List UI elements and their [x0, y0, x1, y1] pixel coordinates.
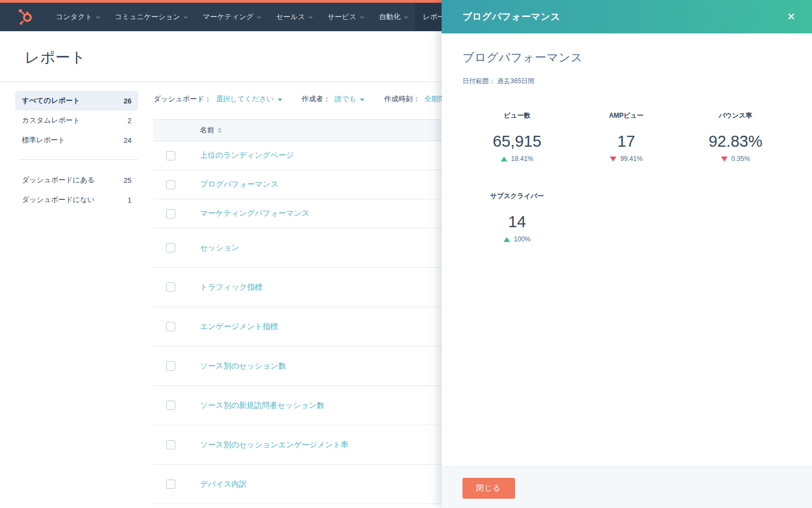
- caret-down-icon: [360, 99, 364, 101]
- nav-item-service[interactable]: サービス: [319, 3, 371, 31]
- filter-label: 作成者：: [302, 94, 330, 104]
- report-link[interactable]: ソース別の新規訪問者セッション数: [200, 401, 324, 411]
- creator-filter: 作成者： 誰でも: [302, 94, 365, 104]
- close-button[interactable]: 閉じる: [462, 478, 515, 499]
- metric-delta: 99.41%: [571, 155, 681, 163]
- row-checkbox[interactable]: [166, 282, 175, 292]
- sidebar-item-count: 1: [128, 196, 131, 204]
- row-checkbox[interactable]: [166, 361, 175, 371]
- sidebar-item-on-dashboard[interactable]: ダッシュボードにある 25: [15, 170, 138, 190]
- metric-delta-value: 18.41%: [511, 155, 534, 163]
- chevron-down-icon: [96, 14, 100, 18]
- nav-item-contacts[interactable]: コンタクト: [48, 3, 107, 31]
- report-link[interactable]: マーケティングパフォーマンス: [200, 209, 310, 218]
- sidebar-item-label: すべてのレポート: [22, 96, 80, 106]
- panel-title: ブログパフォーマンス: [462, 10, 561, 23]
- sidebar-item-standard-reports[interactable]: 標準レポート 24: [15, 130, 138, 150]
- sidebar-item-count: 25: [124, 176, 131, 184]
- metric-value: 65,915: [462, 132, 571, 151]
- nav-item-sales[interactable]: セールス: [268, 3, 319, 31]
- metric-delta-value: 100%: [514, 235, 531, 243]
- metric-delta: 18.41%: [462, 155, 571, 163]
- caret-down-icon: [278, 99, 282, 101]
- row-checkbox[interactable]: [166, 151, 175, 160]
- report-link[interactable]: 上位のランディングページ: [200, 151, 294, 160]
- nav-item-label: 自動化: [379, 12, 401, 22]
- sidebar-divider: [20, 159, 138, 160]
- row-checkbox[interactable]: [166, 440, 175, 449]
- nav-item-label: マーケティング: [203, 12, 254, 22]
- nav-item-label: サービス: [328, 12, 357, 22]
- metric-value: 17: [571, 132, 681, 151]
- filter-label: 作成時刻：: [384, 94, 420, 104]
- nav-item-communication[interactable]: コミュニケーション: [107, 3, 195, 31]
- chevron-down-icon: [184, 14, 187, 18]
- sidebar-item-count: 24: [124, 136, 131, 145]
- trend-triangle-icon: [721, 157, 728, 161]
- metric-amp-views: AMPビュー 17 99.41%: [571, 111, 681, 163]
- panel-header: ブログパフォーマンス ✕: [442, 0, 812, 33]
- sidebar-item-all-reports[interactable]: すべてのレポート 26: [15, 91, 138, 111]
- metric-label: ビュー数: [462, 111, 571, 120]
- metric-label: AMPビュー: [571, 111, 681, 120]
- report-heading: ブログパフォーマンス: [462, 50, 790, 65]
- dashboard-filter-dropdown[interactable]: 選択してください: [216, 94, 282, 104]
- filter-value: 誰でも: [335, 94, 357, 104]
- metric-label: バウンス率: [681, 111, 790, 120]
- row-checkbox[interactable]: [166, 243, 175, 252]
- sidebar-item-custom-reports[interactable]: カスタムレポート 2: [15, 111, 138, 130]
- date-range: 日付範囲： 過去365日間: [462, 77, 790, 86]
- row-checkbox[interactable]: [166, 322, 175, 331]
- metric-bounce-rate: バウンス率 92.83% 0.35%: [681, 111, 790, 163]
- metric-value: 92.83%: [681, 132, 790, 151]
- date-range-label: 日付範囲：: [462, 77, 495, 85]
- metric-delta-value: 0.35%: [731, 155, 750, 163]
- report-link[interactable]: ソース別のセッションエンゲージメント率: [200, 440, 348, 450]
- report-link[interactable]: ソース別のセッション数: [200, 361, 286, 371]
- close-icon[interactable]: ✕: [784, 9, 799, 24]
- nav-item-label: コンタクト: [56, 12, 93, 22]
- sidebar-item-not-on-dashboard[interactable]: ダッシュボードにない 1: [15, 190, 138, 210]
- metric-delta-value: 99.41%: [620, 155, 643, 163]
- metric-subscribers: サブスクライバー 14 100%: [462, 192, 571, 243]
- name-column-header[interactable]: 名前: [200, 125, 222, 135]
- report-link[interactable]: トラフィック指標: [200, 282, 262, 292]
- date-range-value: 過去365日間: [497, 77, 534, 85]
- chevron-down-icon: [308, 14, 312, 18]
- hubspot-logo[interactable]: [0, 3, 48, 31]
- metric-value: 14: [462, 213, 571, 231]
- report-link[interactable]: ブログパフォーマンス: [200, 180, 278, 189]
- sidebar-item-label: カスタムレポート: [22, 116, 80, 125]
- metric-views: ビュー数 65,915 18.41%: [462, 111, 571, 163]
- sort-icon: [218, 128, 222, 133]
- row-checkbox[interactable]: [166, 180, 175, 189]
- nav-item-marketing[interactable]: マーケティング: [195, 3, 268, 31]
- metric-delta: 0.35%: [681, 155, 790, 163]
- report-link[interactable]: セッション: [200, 243, 239, 253]
- chevron-down-icon: [360, 14, 364, 18]
- creator-filter-dropdown[interactable]: 誰でも: [335, 94, 365, 104]
- sidebar-item-label: 標準レポート: [22, 135, 65, 145]
- nav-item-automation[interactable]: 自動化: [371, 3, 415, 31]
- report-filter-sidebar: すべてのレポート 26 カスタムレポート 2 標準レポート 24 ダッシュボード…: [0, 82, 138, 210]
- row-checkbox[interactable]: [166, 209, 175, 218]
- column-header-label: 名前: [200, 125, 214, 135]
- sprocket-icon: [18, 9, 33, 25]
- sidebar-item-label: ダッシュボードにない: [22, 195, 95, 205]
- row-checkbox[interactable]: [166, 480, 175, 489]
- sidebar-item-label: ダッシュボードにある: [22, 175, 95, 185]
- nav-item-label: コミュニケーション: [115, 12, 180, 22]
- report-link[interactable]: エンゲージメント指標: [200, 322, 278, 332]
- row-checkbox[interactable]: [166, 401, 175, 410]
- panel-footer: 閉じる: [442, 466, 812, 508]
- filter-value: 選択してください: [216, 94, 274, 104]
- trend-triangle-icon: [501, 157, 507, 161]
- nav-item-label: セールス: [276, 12, 305, 22]
- report-link[interactable]: デバイス内訳: [200, 480, 247, 489]
- metric-label: サブスクライバー: [462, 192, 571, 201]
- metrics-grid: ビュー数 65,915 18.41% AMPビュー 17 99.41%: [462, 111, 790, 243]
- panel-body: ブログパフォーマンス 日付範囲： 過去365日間 ビュー数 65,915 18.…: [442, 33, 812, 243]
- sidebar-item-count: 26: [124, 97, 131, 105]
- chevron-down-icon: [257, 14, 261, 18]
- report-detail-panel: ブログパフォーマンス ✕ ブログパフォーマンス 日付範囲： 過去365日間 ビュ…: [442, 0, 812, 508]
